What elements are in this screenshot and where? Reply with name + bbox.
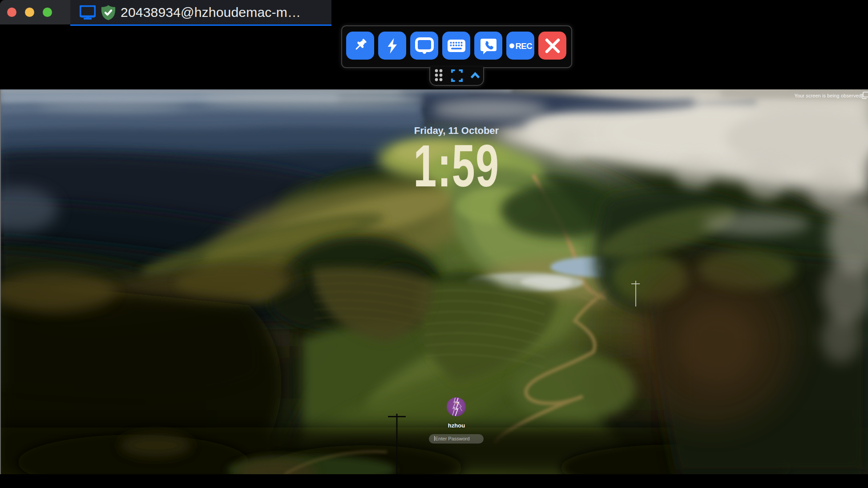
svg-text:REC: REC: [515, 41, 532, 51]
